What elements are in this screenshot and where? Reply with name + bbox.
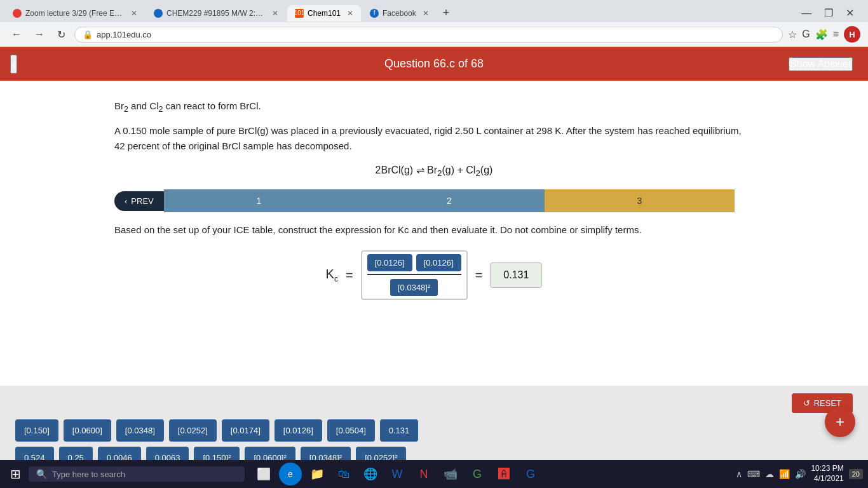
minimize-button[interactable]: —	[797, 6, 815, 20]
tab-chem101[interactable]: 101 Chem101 ✕	[287, 5, 361, 22]
taskbar: ⊞ 🔍 Type here to search ⬜ e 📁 🛍 🌐 W N 📹 …	[0, 460, 868, 488]
word-icon[interactable]: W	[386, 463, 409, 485]
store-icon[interactable]: 🛍	[332, 463, 355, 485]
forward-button[interactable]: →	[31, 27, 48, 41]
taskview-icon[interactable]: ⬜	[252, 463, 275, 485]
app-icon[interactable]: G	[519, 463, 542, 485]
menu-icon[interactable]: ≡	[833, 29, 839, 40]
answer-tile[interactable]: [0.0126]	[275, 419, 322, 442]
tab-facebook[interactable]: f Facebook ✕	[362, 5, 437, 22]
tab-close-icon[interactable]: ✕	[347, 9, 353, 18]
toolbar-icons: ☆ G 🧩 ≡ H	[788, 26, 860, 43]
content-area: Br2 and Cl2 can react to form BrCl. A 0.…	[0, 81, 868, 386]
answer-tile[interactable]: [0.0252]	[169, 419, 217, 442]
tab-chem229[interactable]: CHEM229 #91895 M/W 2:00pm... ✕	[146, 5, 286, 22]
prev-button[interactable]: ‹ PREV	[114, 191, 164, 211]
answer-tile[interactable]: [0.0348]	[116, 419, 164, 442]
kc-fraction: [0.0126] [0.0126] [0.0348]²	[361, 250, 468, 300]
explorer-icon[interactable]: 📁	[306, 463, 329, 485]
reset-icon: ↺	[803, 398, 810, 408]
reset-row: ↺ RESET	[15, 393, 853, 413]
answer-tile[interactable]: [0.0504]	[327, 419, 375, 442]
kc-result: 0.131	[490, 262, 542, 288]
keyboard-icon[interactable]: ⌨	[747, 469, 760, 479]
tab-close-icon[interactable]: ✕	[272, 9, 278, 18]
restore-button[interactable]: ❐	[820, 6, 837, 20]
kc-numerator: [0.0126] [0.0126]	[367, 254, 461, 275]
search-icon: 🔍	[36, 469, 47, 479]
intro-text: Br2 and Cl2 can react to form BrCl.	[114, 98, 754, 116]
equals-sign-2: =	[475, 268, 483, 283]
step-2[interactable]: 2	[354, 189, 544, 212]
chevron-up-icon[interactable]: ∧	[736, 469, 742, 479]
answer-tile[interactable]: [0.0600]	[64, 419, 111, 442]
answer-tile[interactable]: [0.0174]	[222, 419, 269, 442]
step-instruction: Based on the set up of your ICE table, c…	[114, 222, 754, 238]
tiles-row-1: [0.150][0.0600][0.0348][0.0252][0.0174][…	[15, 419, 853, 442]
address-bar-row: ← → ↻ 🔒 app.101edu.co ☆ G 🧩 ≡ H	[0, 22, 868, 46]
back-question-button[interactable]: ‹	[10, 55, 17, 74]
google-icon[interactable]: G	[802, 29, 810, 40]
notification-badge[interactable]: 20	[849, 469, 863, 479]
chrome-icon[interactable]: 🌐	[359, 463, 382, 485]
taskbar-right: ∧ ⌨ ☁ 📶 🔊 10:23 PM 4/1/2021 20	[736, 464, 863, 484]
meet-icon[interactable]: G	[466, 463, 489, 485]
search-placeholder: Type here to search	[52, 470, 125, 479]
edge-icon[interactable]: e	[279, 463, 302, 485]
cloud-icon[interactable]: ☁	[765, 469, 774, 479]
window-controls: — ❐ ✕	[797, 6, 863, 20]
tab-bar: Zoom lecture 3/29 (Free Energy... ✕ CHEM…	[0, 0, 868, 22]
step-1[interactable]: 1	[164, 189, 354, 212]
equals-sign-1: =	[346, 268, 353, 283]
tab-close-icon[interactable]: ✕	[423, 9, 429, 18]
extensions-icon[interactable]: 🧩	[815, 29, 828, 41]
lock-icon: 🔒	[83, 30, 93, 39]
tab-close-icon[interactable]: ✕	[131, 9, 137, 18]
fab-button[interactable]: +	[825, 407, 855, 437]
wifi-icon[interactable]: 📶	[779, 469, 790, 479]
bookmark-star-icon[interactable]: ☆	[788, 29, 797, 41]
show-answer-button[interactable]: Show Answer	[789, 57, 853, 71]
taskbar-search[interactable]: 🔍 Type here to search	[29, 466, 245, 482]
tab-zoom[interactable]: Zoom lecture 3/29 (Free Energy... ✕	[5, 5, 145, 22]
netflix-icon[interactable]: N	[412, 463, 435, 485]
app-header: ‹ Question 66.c of 68 Show Answer	[0, 47, 868, 81]
avatar[interactable]: H	[844, 26, 860, 43]
address-bar[interactable]: 🔒 app.101edu.co	[74, 27, 783, 43]
start-button[interactable]: ⊞	[5, 464, 26, 484]
other-icon[interactable]: 🅰	[492, 463, 515, 485]
refresh-button[interactable]: ↻	[53, 27, 69, 42]
equation: 2BrCl(g) ⇌ Br2(g) + Cl2(g)	[114, 164, 754, 178]
browser-chrome: Zoom lecture 3/29 (Free Energy... ✕ CHEM…	[0, 0, 868, 47]
question-counter: Question 66.c of 68	[384, 57, 484, 71]
answer-tile[interactable]: 0.131	[380, 419, 419, 442]
taskbar-apps: ⬜ e 📁 🛍 🌐 W N 📹 G 🅰 G	[252, 463, 542, 485]
progress-bar: ‹ PREV 1 2 3	[114, 189, 754, 212]
denominator-token[interactable]: [0.0348]²	[390, 279, 438, 296]
zoom-icon[interactable]: 📹	[439, 463, 462, 485]
kc-expression: Kc = [0.0126] [0.0126] [0.0348]² = 0.131	[114, 250, 754, 300]
speaker-icon[interactable]: 🔊	[795, 469, 806, 479]
close-button[interactable]: ✕	[842, 6, 858, 20]
clock: 10:23 PM 4/1/2021	[811, 464, 843, 484]
kc-denominator: [0.0348]²	[390, 278, 438, 296]
answer-tile[interactable]: [0.150]	[15, 419, 58, 442]
back-button[interactable]: ←	[8, 27, 25, 41]
numerator-token-1[interactable]: [0.0126]	[367, 254, 412, 271]
kc-label: Kc	[326, 267, 338, 283]
body-text: A 0.150 mole sample of pure BrCl(g) was …	[114, 123, 754, 154]
numerator-token-2[interactable]: [0.0126]	[416, 254, 461, 271]
new-tab-button[interactable]: +	[438, 4, 455, 22]
step-indicator: 1 2 3	[164, 189, 735, 212]
step-3[interactable]: 3	[545, 189, 735, 212]
